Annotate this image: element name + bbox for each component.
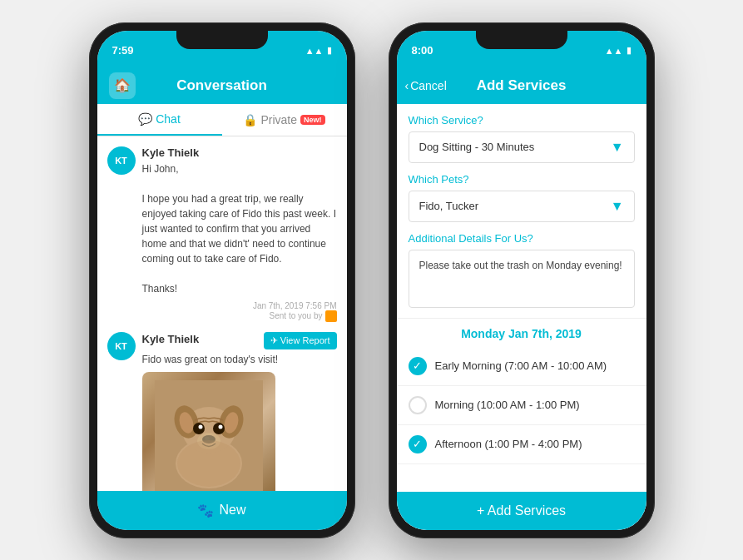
phone-2: 8:00 ▲▲ ▮ ‹ Cancel Add Services Which Se… — [389, 22, 655, 538]
time-label-early-morning: Early Morning (7:00 AM - 10:00 AM) — [435, 359, 607, 372]
nav-bar-1: 🏠 Conversation — [97, 67, 347, 104]
timestamp-1: Jan 7th, 2019 7:56 PM — [142, 301, 337, 310]
sent-icon-1 — [325, 310, 337, 322]
home-icon[interactable]: 🏠 — [109, 72, 136, 99]
time-label-morning: Morning (10:00 AM - 1:00 PM) — [435, 399, 580, 411]
pets-label: Which Pets? — [409, 173, 635, 186]
message-text-1: Hi John, I hope you had a great trip, we… — [142, 161, 337, 296]
service-select[interactable]: Dog Sitting - 30 Minutes ▼ — [409, 131, 635, 163]
battery-icon-1: ▮ — [327, 45, 332, 56]
tabs: 💬 Chat 🔒 Private New! — [97, 104, 347, 136]
sent-by-label-1: Sent to you by — [270, 311, 323, 320]
status-icons-2: ▲▲ ▮ — [605, 45, 632, 56]
dog-illustration — [155, 380, 263, 491]
notch-1 — [176, 31, 268, 49]
new-badge: New! — [300, 115, 325, 125]
add-services-button[interactable]: + Add Services — [397, 492, 646, 530]
back-chevron-icon: ‹ — [405, 79, 409, 92]
message-2: KT Kyle Thielk ✈ View Report Fido was gr… — [107, 332, 337, 491]
checkbox-afternoon[interactable]: ✓ — [409, 435, 427, 453]
pets-dropdown-icon: ▼ — [611, 199, 624, 214]
avatar-kt-1: KT — [107, 146, 136, 175]
wifi-icon-2: ▲▲ — [605, 46, 623, 56]
dog-photo — [142, 372, 275, 491]
status-icons-1: ▲▲ ▮ — [305, 45, 332, 56]
message-body-2: Kyle Thielk ✈ View Report Fido was great… — [142, 332, 337, 491]
svg-point-9 — [198, 424, 202, 429]
tab-private[interactable]: 🔒 Private New! — [222, 104, 347, 136]
pets-value: Fido, Tucker — [419, 200, 479, 212]
view-report-button[interactable]: ✈ View Report — [264, 332, 337, 349]
date-header: Monday Jan 7th, 2019 — [397, 318, 646, 347]
message-meta-1: Jan 7th, 2019 7:56 PM Sent to you by — [142, 301, 337, 322]
time-slot-morning[interactable]: Morning (10:00 AM - 1:00 PM) — [397, 386, 646, 425]
chat-icon: 💬 — [138, 112, 152, 126]
status-time-2: 8:00 — [412, 44, 433, 57]
lock-icon: 🔒 — [243, 113, 257, 126]
cancel-label: Cancel — [410, 79, 447, 92]
status-time-1: 7:59 — [112, 44, 134, 57]
tab-chat[interactable]: 💬 Chat — [97, 104, 222, 136]
service-dropdown-icon: ▼ — [611, 140, 624, 155]
new-button[interactable]: 🐾 New — [97, 491, 347, 530]
new-button-icon: 🐾 — [197, 503, 214, 518]
new-button-label: New — [219, 503, 245, 518]
pets-select[interactable]: Fido, Tucker ▼ — [409, 191, 635, 222]
tab-chat-label: Chat — [156, 112, 181, 126]
checkbox-morning[interactable] — [409, 396, 427, 414]
scene: 7:59 ▲▲ ▮ 🏠 Conversation 💬 Chat 🔒 — [0, 0, 743, 560]
nav-title-1: Conversation — [176, 77, 267, 94]
service-label: Which Service? — [409, 114, 635, 126]
tab-private-label: Private — [260, 113, 297, 126]
svg-point-10 — [218, 424, 222, 429]
cancel-button[interactable]: ‹ Cancel — [405, 79, 447, 92]
checkbox-early-morning[interactable]: ✓ — [409, 357, 427, 375]
sender-2: Kyle Thielk — [142, 333, 200, 345]
services-content: Which Service? Dog Sitting - 30 Minutes … — [397, 104, 646, 530]
svg-point-14 — [177, 440, 240, 487]
nav-bar-2: ‹ Cancel Add Services — [397, 67, 646, 104]
message-text-2: Fido was great on today's visit! — [142, 352, 337, 367]
chat-content: KT Kyle Thielk Hi John, I hope you had a… — [97, 136, 347, 491]
avatar-kt-2: KT — [107, 332, 136, 360]
details-label: Additional Details For Us? — [409, 232, 635, 245]
details-textarea[interactable]: Please take out the trash on Monday even… — [409, 250, 635, 308]
sender-1: Kyle Thielk — [142, 146, 337, 159]
svg-point-7 — [193, 423, 205, 434]
message-body-1: Kyle Thielk Hi John, I hope you had a gr… — [142, 146, 337, 322]
notch-2 — [476, 31, 567, 49]
sent-by-1: Sent to you by — [142, 310, 337, 322]
svg-point-8 — [213, 423, 225, 434]
nav-title-2: Add Services — [477, 77, 567, 94]
status-bar-2: 8:00 ▲▲ ▮ — [397, 31, 646, 67]
time-label-afternoon: Afternoon (1:00 PM - 4:00 PM) — [435, 438, 582, 450]
status-bar-1: 7:59 ▲▲ ▮ — [97, 31, 347, 67]
battery-icon-2: ▮ — [627, 45, 632, 56]
message-1: KT Kyle Thielk Hi John, I hope you had a… — [107, 146, 337, 322]
add-services-label: + Add Services — [477, 503, 566, 518]
time-slot-early-morning[interactable]: ✓ Early Morning (7:00 AM - 10:00 AM) — [397, 347, 646, 386]
phone-1: 7:59 ▲▲ ▮ 🏠 Conversation 💬 Chat 🔒 — [89, 22, 355, 538]
service-value: Dog Sitting - 30 Minutes — [419, 141, 535, 153]
wifi-icon-1: ▲▲ — [305, 46, 324, 56]
service-section: Which Service? Dog Sitting - 30 Minutes … — [397, 104, 646, 318]
details-value: Please take out the trash on Monday even… — [419, 260, 622, 271]
time-slot-afternoon[interactable]: ✓ Afternoon (1:00 PM - 4:00 PM) — [397, 425, 646, 464]
